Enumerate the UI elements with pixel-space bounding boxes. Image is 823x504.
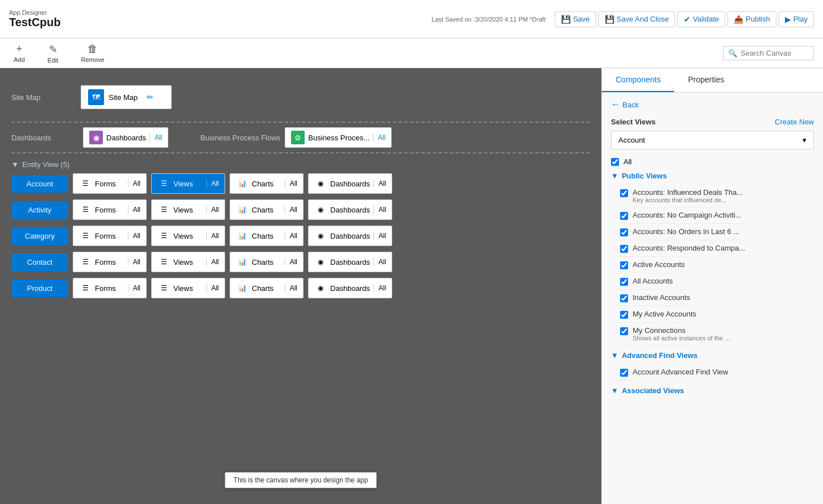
validate-button[interactable]: ✔ Validate xyxy=(677,11,725,27)
component-all-link[interactable]: All xyxy=(285,180,297,188)
entity-component-views[interactable]: ☰ViewsAll xyxy=(151,226,225,246)
component-name-label: Dashboards xyxy=(330,180,370,188)
component-all-link[interactable]: All xyxy=(206,232,219,240)
view-checkbox[interactable] xyxy=(620,189,628,197)
component-name-label: Views xyxy=(173,180,203,188)
view-checkbox[interactable] xyxy=(620,212,628,220)
component-all-link[interactable]: All xyxy=(285,232,297,240)
bpf-all[interactable]: All xyxy=(373,134,385,141)
component-all-link[interactable]: All xyxy=(128,206,140,214)
component-all-link[interactable]: All xyxy=(373,180,386,188)
entity-component-views[interactable]: ☰ViewsAll xyxy=(151,278,225,298)
view-item: Accounts: Influenced Deals Tha...Key acc… xyxy=(611,185,814,207)
charts-icon: 📊 xyxy=(236,177,248,190)
component-name-label: Views xyxy=(173,232,203,240)
view-checkbox[interactable] xyxy=(620,327,628,335)
entity-name-button[interactable]: Contact xyxy=(11,253,68,271)
component-all-link[interactable]: All xyxy=(373,258,386,266)
view-checkbox[interactable] xyxy=(620,261,628,269)
entity-component-dashboards[interactable]: ◉DashboardsAll xyxy=(308,278,392,298)
dashboards-box[interactable]: ◉ Dashboards All xyxy=(83,127,168,148)
entity-name-button[interactable]: Category xyxy=(11,227,68,245)
entity-name-button[interactable]: Activity xyxy=(11,201,68,219)
component-all-link[interactable]: All xyxy=(128,258,140,266)
advanced-find-checkbox[interactable] xyxy=(620,369,628,377)
entity-component-dashboards[interactable]: ◉DashboardsAll xyxy=(308,173,392,194)
bpf-box[interactable]: ⚙ Business Proces... All xyxy=(285,127,392,148)
back-button[interactable]: ← Back xyxy=(611,99,639,110)
entity-row: Account☰FormsAll☰ViewsAll📊ChartsAll◉Dash… xyxy=(11,173,590,194)
entity-component-forms[interactable]: ☰FormsAll xyxy=(73,278,147,298)
publish-button[interactable]: 📤 Publish xyxy=(728,11,776,27)
view-checkbox[interactable] xyxy=(620,311,628,319)
view-checkbox[interactable] xyxy=(620,278,628,286)
view-checkbox[interactable] xyxy=(620,228,628,236)
forms-icon: ☰ xyxy=(79,203,92,216)
dashboards-section-label: Dashboards xyxy=(11,134,74,142)
component-all-link[interactable]: All xyxy=(128,180,140,188)
search-input[interactable] xyxy=(741,49,809,57)
dropdown-chevron-icon: ▾ xyxy=(803,136,807,144)
component-all-link[interactable]: All xyxy=(285,284,297,292)
play-button[interactable]: ▶ Play xyxy=(779,11,814,27)
add-button[interactable]: + Add xyxy=(9,41,30,65)
entity-component-forms[interactable]: ☰FormsAll xyxy=(73,173,147,194)
views-dropdown[interactable]: Account ▾ xyxy=(611,131,814,149)
entity-component-views[interactable]: ☰ViewsAll xyxy=(151,173,225,194)
remove-icon: 🗑 xyxy=(88,43,98,55)
component-all-link[interactable]: All xyxy=(373,232,386,240)
advanced-find-view-item: Account Advanced Find View xyxy=(611,364,814,381)
entity-component-charts[interactable]: 📊ChartsAll xyxy=(230,252,304,272)
view-checkbox[interactable] xyxy=(620,245,628,253)
site-map-edit-icon[interactable]: ✏ xyxy=(147,93,153,102)
entity-component-dashboards[interactable]: ◉DashboardsAll xyxy=(308,199,392,220)
view-item-content: My ConnectionsShows all active instances… xyxy=(633,326,730,341)
entity-component-charts[interactable]: 📊ChartsAll xyxy=(230,173,304,194)
entity-component-charts[interactable]: 📊ChartsAll xyxy=(230,199,304,220)
entity-component-forms[interactable]: ☰FormsAll xyxy=(73,226,147,246)
component-all-link[interactable]: All xyxy=(373,206,386,214)
entity-component-dashboards[interactable]: ◉DashboardsAll xyxy=(308,252,392,272)
views-icon: ☰ xyxy=(157,177,170,190)
view-checkbox[interactable] xyxy=(620,294,628,302)
remove-button[interactable]: 🗑 Remove xyxy=(77,41,109,65)
canvas-area[interactable]: Site Map 🗺 Site Map ✏ Dashboards ◉ Dashb… xyxy=(0,68,601,504)
entity-component-views[interactable]: ☰ViewsAll xyxy=(151,252,225,272)
component-all-link[interactable]: All xyxy=(206,206,219,214)
component-all-link[interactable]: All xyxy=(373,284,386,292)
tab-properties[interactable]: Properties xyxy=(674,68,738,92)
component-all-link[interactable]: All xyxy=(285,258,297,266)
entity-component-charts[interactable]: 📊ChartsAll xyxy=(230,226,304,246)
search-canvas-box[interactable]: 🔍 xyxy=(723,46,814,60)
component-name-label: Forms xyxy=(95,284,124,293)
panel-tabs: Components Properties xyxy=(602,68,823,93)
entity-name-button[interactable]: Product xyxy=(11,280,68,297)
public-views-header[interactable]: ▼ Public Views xyxy=(611,172,814,180)
dashboards-bpf-row: Dashboards ◉ Dashboards All Business Pro… xyxy=(11,127,590,148)
component-all-link[interactable]: All xyxy=(206,258,219,266)
component-all-link[interactable]: All xyxy=(206,284,219,292)
entity-component-charts[interactable]: 📊ChartsAll xyxy=(230,278,304,298)
tab-components[interactable]: Components xyxy=(602,68,674,92)
dashboards-all[interactable]: All xyxy=(149,134,162,141)
entity-component-forms[interactable]: ☰FormsAll xyxy=(73,252,147,272)
edit-button[interactable]: ✎ Edit xyxy=(43,41,63,66)
component-all-link[interactable]: All xyxy=(206,180,219,188)
bpf-section: Business Process Flows ⚙ Business Proces… xyxy=(200,127,392,148)
advanced-find-header[interactable]: ▼ Advanced Find Views xyxy=(611,351,814,360)
entity-component-dashboards[interactable]: ◉DashboardsAll xyxy=(308,226,392,246)
create-new-link[interactable]: Create New xyxy=(775,118,814,126)
entity-component-forms[interactable]: ☰FormsAll xyxy=(73,199,147,220)
component-all-link[interactable]: All xyxy=(128,232,140,240)
entity-component-views[interactable]: ☰ViewsAll xyxy=(151,199,225,220)
component-all-link[interactable]: All xyxy=(285,206,297,214)
save-button[interactable]: 💾 Save xyxy=(555,11,596,27)
save-and-close-button[interactable]: 💾 Save And Close xyxy=(598,11,676,27)
back-arrow-icon: ← xyxy=(611,99,620,110)
component-all-link[interactable]: All xyxy=(128,284,140,292)
entity-name-button[interactable]: Account xyxy=(11,175,68,193)
all-checkbox[interactable] xyxy=(611,158,619,166)
entity-collapse-icon[interactable]: ▼ xyxy=(11,160,19,169)
associated-views-header[interactable]: ▼ Associated Views xyxy=(611,386,814,395)
site-map-box[interactable]: 🗺 Site Map ✏ xyxy=(81,85,172,109)
